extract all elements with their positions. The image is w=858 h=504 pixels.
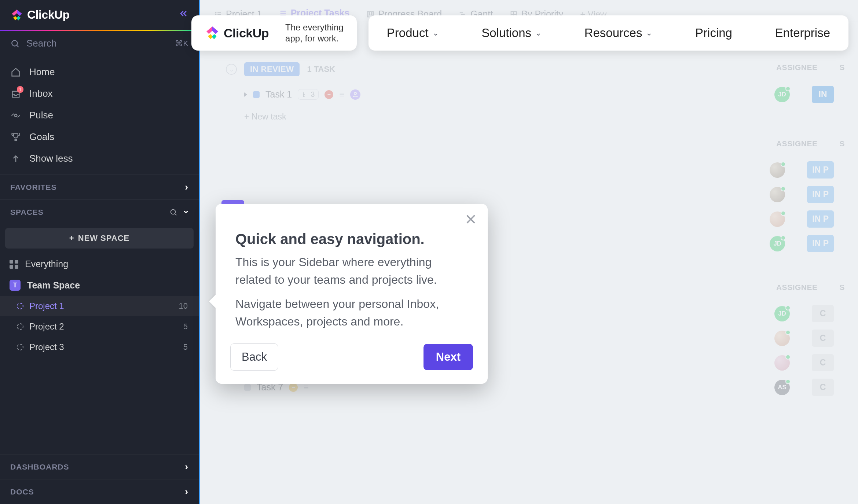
plus-icon: + <box>69 233 74 243</box>
popover-title: Quick and easy navigation. <box>235 231 468 247</box>
home-icon <box>11 67 21 77</box>
clickup-logo-text: ClickUp <box>27 8 70 22</box>
everything-label: Everything <box>25 259 68 269</box>
sidebar-primary-nav: Home 1 Inbox Pulse Goals Show less <box>0 56 199 174</box>
section-label: SPACES <box>10 208 44 217</box>
new-space-button[interactable]: + NEW SPACE <box>5 228 194 249</box>
sidebar-item-everything[interactable]: Everything <box>0 254 199 275</box>
popover-close-button[interactable] <box>465 213 477 227</box>
brand-tagline: The everything app, for work. <box>285 22 344 44</box>
divider <box>277 22 277 44</box>
clickup-logo[interactable]: ClickUp <box>10 8 70 22</box>
search-icon[interactable] <box>169 208 177 216</box>
topnav-product[interactable]: Product⌄ <box>387 26 439 40</box>
search-placeholder: Search <box>26 38 56 49</box>
marketing-topnav: ClickUp The everything app, for work. Pr… <box>191 15 848 51</box>
chevron-right-icon: › <box>185 181 188 193</box>
project-label: Project 1 <box>29 301 64 311</box>
svg-point-0 <box>12 40 17 46</box>
project-count: 10 <box>179 301 188 311</box>
svg-line-1 <box>17 45 19 47</box>
sidebar-item-label: Show less <box>29 153 73 164</box>
popover-back-button[interactable]: Back <box>230 343 278 371</box>
section-label: DOCS <box>10 488 34 496</box>
chevron-down-icon: ⌄ <box>432 28 439 38</box>
list-icon <box>17 303 23 309</box>
sidebar-item-inbox[interactable]: 1 Inbox <box>0 83 199 104</box>
sidebar-item-goals[interactable]: Goals <box>0 126 199 148</box>
chevron-down-icon: ⌄ <box>535 28 542 38</box>
sidebar: ClickUp Search ⌘K Home 1 <box>0 0 199 504</box>
sidebar-search[interactable]: Search ⌘K <box>0 31 199 56</box>
section-spaces[interactable]: SPACES › <box>0 199 199 224</box>
clickup-logo-text: ClickUp <box>224 26 269 40</box>
sidebar-project-3[interactable]: Project 3 5 <box>0 337 199 357</box>
collapse-sidebar-button[interactable] <box>178 8 188 21</box>
project-label: Project 3 <box>29 342 64 352</box>
project-label: Project 2 <box>29 321 64 332</box>
list-icon <box>17 344 23 350</box>
topnav-solutions[interactable]: Solutions⌄ <box>481 26 542 40</box>
section-favorites[interactable]: FAVORITES › <box>0 174 199 199</box>
trophy-icon <box>11 132 21 142</box>
sidebar-item-showless[interactable]: Show less <box>0 148 199 169</box>
grid-icon <box>10 260 18 269</box>
search-icon <box>10 39 20 48</box>
topnav-enterprise[interactable]: Enterprise <box>775 26 830 40</box>
team-space-label: Team Space <box>27 280 80 291</box>
brand-card[interactable]: ClickUp The everything app, for work. <box>191 15 357 51</box>
sidebar-item-home[interactable]: Home <box>0 61 199 83</box>
topnav-pricing[interactable]: Pricing <box>695 26 732 40</box>
svg-point-4 <box>171 209 176 214</box>
chevron-down-icon[interactable]: › <box>181 210 192 214</box>
topnav-links: Product⌄ Solutions⌄ Resources⌄ Pricing E… <box>368 15 848 51</box>
topnav-resources[interactable]: Resources⌄ <box>584 26 653 40</box>
sidebar-item-label: Home <box>29 66 55 78</box>
project-count: 5 <box>183 322 188 331</box>
sidebar-item-label: Inbox <box>29 88 53 99</box>
popover-accent-tab <box>221 200 244 204</box>
sidebar-project-1[interactable]: Project 1 10 <box>0 296 199 316</box>
sidebar-item-label: Pulse <box>29 110 53 121</box>
popover-next-button[interactable]: Next <box>423 344 473 370</box>
pulse-icon <box>11 110 21 121</box>
clickup-logo-icon <box>10 8 23 22</box>
new-space-label: NEW SPACE <box>78 233 130 243</box>
section-label: DASHBOARDS <box>10 463 69 471</box>
chevron-down-icon: ⌄ <box>646 28 652 38</box>
sidebar-top: ClickUp <box>0 0 199 30</box>
svg-line-5 <box>175 214 176 215</box>
section-docs[interactable]: DOCS › <box>0 479 199 504</box>
project-count: 5 <box>183 342 188 352</box>
sidebar-item-label: Goals <box>29 131 54 143</box>
sidebar-item-pulse[interactable]: Pulse <box>0 104 199 126</box>
section-dashboards[interactable]: DASHBOARDS › <box>0 454 199 479</box>
close-icon <box>465 213 477 225</box>
arrow-up-icon <box>11 154 21 163</box>
inbox-badge: 1 <box>17 86 23 93</box>
popover-p2: Navigate between your personal Inbox, Wo… <box>235 295 468 330</box>
onboarding-popover: Quick and easy navigation. This is your … <box>216 204 488 384</box>
sidebar-project-2[interactable]: Project 2 5 <box>0 316 199 337</box>
search-shortcut: ⌘K <box>175 39 188 48</box>
section-label: FAVORITES <box>10 183 56 192</box>
chevron-right-icon: › <box>185 461 188 472</box>
popover-pointer-icon <box>209 295 216 308</box>
clickup-logo-icon <box>205 25 220 41</box>
chevron-right-icon: › <box>185 486 188 497</box>
space-avatar: T <box>10 280 21 291</box>
sidebar-item-team-space[interactable]: T Team Space <box>0 275 199 296</box>
list-icon <box>17 323 23 330</box>
svg-point-2 <box>15 114 17 117</box>
chevron-double-left-icon <box>178 8 188 19</box>
popover-p1: This is your Sidebar where everything re… <box>235 253 468 288</box>
